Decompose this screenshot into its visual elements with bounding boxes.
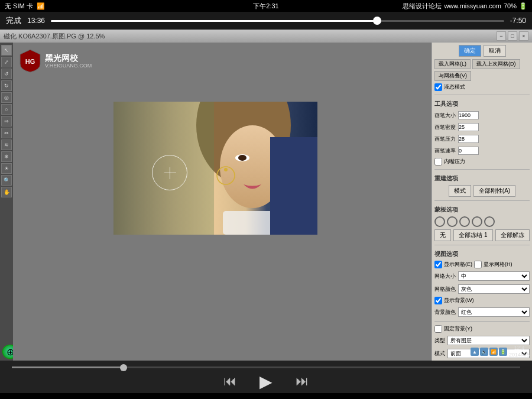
show-mesh-checkbox[interactable] — [434, 261, 442, 268]
website-text: www.missy​uan.com — [444, 2, 501, 9]
brush-pressure-input[interactable] — [458, 135, 479, 143]
sys-icon-4: 🔋 — [499, 348, 507, 356]
player-track[interactable] — [12, 366, 520, 368]
backdrop-type-select[interactable]: 所有图层 — [447, 336, 530, 345]
progress-thumb[interactable] — [373, 17, 381, 25]
show-mesh-label: 显示网格(E) — [444, 261, 472, 268]
show-mask-checkbox[interactable] — [474, 261, 482, 268]
circle-overlay — [152, 155, 187, 190]
done-button[interactable]: 完成 — [6, 15, 21, 26]
mask-btn-row: 无 全部冻结 1 全部解冻 — [434, 229, 530, 241]
mesh-size-label: 网络大小 — [434, 273, 456, 280]
tool-bloat[interactable]: ○ — [1, 104, 12, 115]
ps-maximize-btn[interactable]: □ — [508, 31, 517, 41]
sys-icon-2: 🔈 — [480, 348, 488, 356]
ps-minimize-btn[interactable]: − — [497, 31, 506, 41]
clock-time: 12:4 — [509, 345, 530, 352]
hg-logo: HG 黑光网校 V.HEIGUANG.COM — [19, 48, 92, 73]
player-buttons: ⏮ ▶ ⏭ — [223, 369, 309, 393]
battery-icon: 🔋 — [519, 2, 527, 10]
crosshair-v — [170, 167, 170, 179]
tool-zoom[interactable]: 🔍 — [1, 175, 12, 186]
all-frozen-btn[interactable]: 全部冻结 1 — [453, 229, 492, 241]
brush-size-label: 画笔大小 — [434, 112, 456, 119]
canvas-image-inner — [113, 102, 317, 235]
mesh-size-select[interactable]: 中 — [458, 271, 530, 281]
mesh-mode-checkbox[interactable] — [434, 83, 442, 91]
mask-section-title: 蒙板选项 — [434, 206, 530, 214]
sys-icon-3: 📶 — [489, 348, 498, 356]
player-thumb[interactable] — [120, 364, 127, 371]
mask-icon-5[interactable] — [484, 216, 495, 227]
status-left: 无 SIM 卡 📶 — [5, 2, 45, 11]
mask-icon-3[interactable] — [459, 216, 470, 227]
mask-icon-2[interactable] — [447, 216, 458, 227]
tool-pucker[interactable]: ◎ — [1, 92, 12, 103]
bg-color-select[interactable]: 红色 — [458, 307, 530, 317]
ps-canvas[interactable]: HG 黑光网校 V.HEIGUANG.COM — [13, 43, 432, 373]
brush-density-label: 画笔密度 — [434, 124, 456, 131]
freeze-mesh-checkbox[interactable] — [434, 297, 442, 304]
progress-track[interactable] — [51, 20, 504, 22]
recons-mode-btn[interactable]: 模式 — [449, 185, 471, 197]
svg-point-5 — [238, 155, 246, 161]
cancel-button[interactable]: 取消 — [484, 45, 506, 57]
player-fill — [12, 366, 124, 368]
time-remaining-label: -7:50 — [510, 17, 526, 25]
canvas-image[interactable] — [113, 102, 317, 235]
svg-text:HG: HG — [25, 58, 35, 65]
mask-icon-4[interactable] — [472, 216, 482, 227]
overlay-mesh-tab[interactable]: 与网格叠(V) — [434, 71, 471, 81]
tool-hand[interactable]: ✋ — [1, 187, 12, 197]
brand-text: 思绪设计论坛 — [403, 2, 442, 11]
internal-pressure-label: 内嘴压力 — [444, 158, 465, 166]
tool-push[interactable]: ⇒ — [1, 116, 12, 126]
ps-window-buttons: − □ × — [497, 31, 528, 41]
divider-4 — [434, 245, 530, 245]
ps-window: 磁化 KO6A2307.原图.PG @ 12.5% − □ × ↖ ⤢ ↺ ↻ … — [0, 30, 532, 384]
mask-icon-row — [434, 216, 530, 227]
none-btn[interactable]: 无 — [434, 229, 451, 241]
backdrop-type-label: 类型 — [434, 337, 445, 345]
prev-button[interactable]: ⏮ — [223, 374, 236, 389]
brush-size-input[interactable] — [458, 111, 479, 119]
tool-turbulence[interactable]: ≋ — [1, 140, 12, 150]
tool-reconstruct[interactable]: ↺ — [1, 69, 12, 79]
brush-rate-input[interactable] — [458, 147, 479, 155]
tool-select[interactable]: ↖ — [1, 45, 12, 56]
show-backdrop-checkbox[interactable] — [434, 325, 442, 333]
internal-pressure-checkbox[interactable] — [434, 158, 442, 166]
status-right: 思绪设计论坛 www.missy​uan.com 70% 🔋 — [403, 2, 527, 11]
view-section-title: 视图选项 — [434, 250, 530, 258]
brush-density-row: 画笔密度 — [434, 123, 530, 131]
next-button[interactable]: ⏭ — [296, 374, 309, 389]
mesh-size-row: 网络大小 中 — [434, 271, 530, 281]
play-button[interactable]: ▶ — [254, 369, 278, 393]
confirm-cancel-row: 确定 取消 — [434, 45, 530, 57]
sys-icon-1: ▲ — [471, 348, 479, 356]
ps-toolbar: ↖ ⤢ ↺ ↻ ◎ ○ ⇒ ⇔ ≋ ❄ ☀ 🔍 ✋ — [0, 43, 13, 373]
tool-warp[interactable]: ⤢ — [1, 57, 12, 67]
divider-2 — [434, 169, 530, 170]
brush-size-row: 画笔大小 — [434, 111, 530, 119]
confirm-button[interactable]: 确定 — [459, 45, 481, 57]
ps-close-btn[interactable]: × — [519, 31, 528, 41]
clock-area: 12:4 2014/4/5 — [509, 345, 530, 358]
tool-mirror[interactable]: ⇔ — [1, 128, 12, 138]
mesh-color-select[interactable]: 灰色 — [458, 284, 530, 294]
all-thawed-btn[interactable]: 全部解冻 — [495, 229, 530, 241]
tool-freeze[interactable]: ❄ — [1, 151, 12, 162]
tool-twirl[interactable]: ↻ — [1, 80, 12, 91]
status-time: 下午2:31 — [253, 2, 278, 11]
carrier-text: 无 SIM 卡 — [5, 2, 33, 11]
brush-density-input[interactable] — [458, 123, 479, 131]
tool-thaw[interactable]: ☀ — [1, 163, 12, 174]
wifi-icon: 📶 — [37, 2, 45, 10]
recons-all-btn[interactable]: 全部刚性(A) — [473, 185, 515, 197]
taskbar-right: ▲ 🔈 📶 🔋 12:4 2014/4/5 — [471, 345, 530, 358]
progress-fill — [51, 20, 377, 22]
load-last-mesh-tab[interactable]: 载入上次网格(D) — [472, 59, 520, 69]
load-mesh-tab[interactable]: 载入网格(L) — [434, 59, 471, 69]
mask-icon-1[interactable] — [434, 216, 445, 227]
show-mesh-row: 显示网格(E) 显示网格(H) — [434, 261, 530, 268]
